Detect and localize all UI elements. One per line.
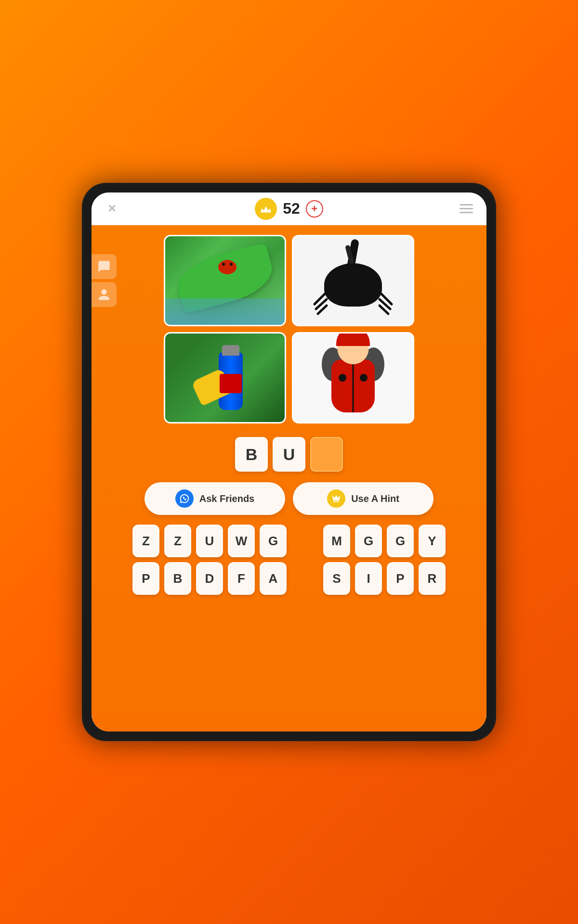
answer-box-2: U bbox=[273, 437, 305, 472]
image-bug-spray bbox=[164, 332, 286, 424]
use-hint-label: Use A Hint bbox=[351, 493, 399, 504]
key-Z2[interactable]: Z bbox=[164, 525, 191, 557]
side-buttons bbox=[92, 254, 117, 307]
image-black-beetle bbox=[292, 235, 414, 326]
tablet-device: ✕ 52 + bbox=[82, 183, 496, 741]
key-A[interactable]: A bbox=[260, 562, 287, 595]
ask-friends-icon bbox=[175, 489, 194, 508]
key-spacer-2 bbox=[291, 562, 318, 595]
add-coins-button[interactable]: + bbox=[306, 200, 323, 218]
costume-dot-right bbox=[360, 374, 368, 382]
spray-can-nozzle bbox=[222, 345, 239, 356]
key-M[interactable]: M bbox=[323, 525, 350, 557]
key-G2[interactable]: G bbox=[355, 525, 382, 557]
answer-boxes: B U bbox=[235, 437, 343, 472]
menu-button[interactable] bbox=[458, 202, 475, 215]
key-I[interactable]: I bbox=[355, 562, 382, 595]
keyboard-row-2: P B D F A S I P R bbox=[132, 562, 446, 595]
key-R[interactable]: R bbox=[419, 562, 446, 595]
key-G3[interactable]: G bbox=[387, 525, 414, 557]
key-U[interactable]: U bbox=[196, 525, 223, 557]
image-ladybug-leaf bbox=[164, 235, 286, 326]
key-F[interactable]: F bbox=[228, 562, 255, 595]
key-Y[interactable]: Y bbox=[419, 525, 446, 557]
tablet-screen: ✕ 52 + bbox=[92, 192, 486, 732]
water-reflection bbox=[165, 298, 285, 325]
key-D[interactable]: D bbox=[196, 562, 223, 595]
costume-dot-left bbox=[339, 374, 346, 382]
costume-hat bbox=[336, 332, 370, 346]
key-P2[interactable]: P bbox=[387, 562, 414, 595]
game-area: B U Ask Friends bbox=[92, 225, 486, 732]
ask-friends-button[interactable]: Ask Friends bbox=[144, 482, 285, 515]
close-button[interactable]: ✕ bbox=[103, 200, 120, 218]
top-bar: ✕ 52 + bbox=[92, 192, 486, 225]
costume-dress bbox=[331, 359, 375, 412]
beetle-legs-svg bbox=[312, 287, 394, 316]
key-W[interactable]: W bbox=[228, 525, 255, 557]
menu-line bbox=[460, 208, 473, 209]
menu-line bbox=[460, 212, 473, 213]
ask-friends-label: Ask Friends bbox=[199, 493, 254, 504]
image-grid bbox=[164, 235, 414, 424]
crown-icon bbox=[255, 198, 277, 220]
use-hint-button[interactable]: Use A Hint bbox=[293, 482, 434, 515]
key-G1[interactable]: G bbox=[260, 525, 287, 557]
key-P[interactable]: P bbox=[132, 562, 159, 595]
keyboard-row-1: Z Z U W G M G G Y bbox=[132, 525, 446, 557]
chat-side-button[interactable] bbox=[92, 254, 117, 279]
keyboard: Z Z U W G M G G Y P B D F A bbox=[132, 525, 446, 603]
top-center: 52 + bbox=[255, 198, 323, 220]
ladybug bbox=[218, 260, 236, 274]
answer-box-3 bbox=[310, 437, 343, 472]
key-S[interactable]: S bbox=[323, 562, 350, 595]
user-side-button[interactable] bbox=[92, 282, 117, 307]
spray-label bbox=[220, 374, 242, 393]
action-buttons: Ask Friends Use A Hint bbox=[144, 482, 434, 515]
key-Z1[interactable]: Z bbox=[132, 525, 159, 557]
use-hint-icon bbox=[327, 489, 345, 508]
answer-box-1: B bbox=[235, 437, 268, 472]
key-spacer bbox=[291, 525, 318, 557]
score-display: 52 bbox=[283, 200, 300, 218]
image-ladybug-costume bbox=[292, 332, 414, 424]
costume-stripe bbox=[353, 359, 354, 412]
menu-line bbox=[460, 204, 473, 205]
key-B[interactable]: B bbox=[164, 562, 191, 595]
